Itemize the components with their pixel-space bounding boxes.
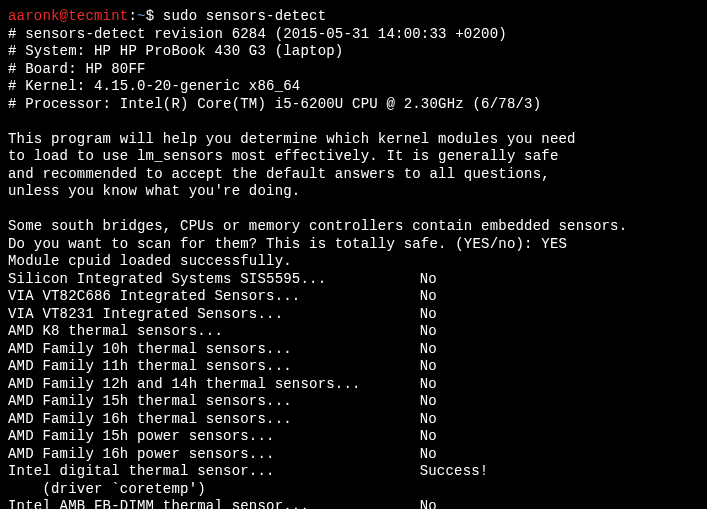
result-row: AMD Family 10h thermal sensors...No bbox=[8, 341, 699, 359]
header-kernel: # Kernel: 4.15.0-20-generic x86_64 bbox=[8, 78, 699, 96]
result-row: AMD Family 16h power sensors...No bbox=[8, 446, 699, 464]
result-name: AMD Family 12h and 14h thermal sensors..… bbox=[8, 376, 420, 394]
prompt-path: ~ bbox=[137, 8, 146, 24]
result-name: AMD Family 16h thermal sensors... bbox=[8, 411, 420, 429]
result-name: VIA VT82C686 Integrated Sensors... bbox=[8, 288, 420, 306]
result-row: AMD Family 12h and 14h thermal sensors..… bbox=[8, 376, 699, 394]
result-status: No bbox=[420, 446, 437, 464]
result-status: Success! bbox=[420, 463, 489, 481]
result-status: No bbox=[420, 393, 437, 411]
result-row: AMD Family 11h thermal sensors...No bbox=[8, 358, 699, 376]
header-board: # Board: HP 80FF bbox=[8, 61, 699, 79]
result-name: Silicon Integrated Systems SIS5595... bbox=[8, 271, 420, 289]
result-row: AMD K8 thermal sensors...No bbox=[8, 323, 699, 341]
intro-line-1: This program will help you determine whi… bbox=[8, 131, 699, 149]
header-revision: # sensors-detect revision 6284 (2015-05-… bbox=[8, 26, 699, 44]
scan-question-line: Do you want to scan for them? This is to… bbox=[8, 236, 699, 254]
result-status: No bbox=[420, 271, 437, 289]
command-text: sudo sensors-detect bbox=[163, 8, 326, 24]
prompt-colon: : bbox=[128, 8, 137, 24]
header-system: # System: HP HP ProBook 430 G3 (laptop) bbox=[8, 43, 699, 61]
result-status: No bbox=[420, 498, 437, 509]
terminal-window[interactable]: aaronk@tecmint:~$ sudo sensors-detect # … bbox=[8, 8, 699, 509]
result-row: AMD Family 15h thermal sensors...No bbox=[8, 393, 699, 411]
result-status: No bbox=[420, 341, 437, 359]
prompt-sigil: $ bbox=[146, 8, 163, 24]
result-name: AMD K8 thermal sensors... bbox=[8, 323, 420, 341]
intro-line-4: unless you know what you're doing. bbox=[8, 183, 699, 201]
result-name: AMD Family 15h power sensors... bbox=[8, 428, 420, 446]
result-name: Intel digital thermal sensor... bbox=[8, 463, 420, 481]
result-status: No bbox=[420, 306, 437, 324]
result-row: VIA VT8231 Integrated Sensors...No bbox=[8, 306, 699, 324]
result-status: No bbox=[420, 428, 437, 446]
prompt-line: aaronk@tecmint:~$ sudo sensors-detect bbox=[8, 8, 699, 26]
scan-line-1: Some south bridges, CPUs or memory contr… bbox=[8, 218, 699, 236]
result-status: No bbox=[420, 411, 437, 429]
result-name: AMD Family 11h thermal sensors... bbox=[8, 358, 420, 376]
prompt-user: aaronk@tecmint bbox=[8, 8, 128, 24]
result-name: AMD Family 16h power sensors... bbox=[8, 446, 420, 464]
result-name: VIA VT8231 Integrated Sensors... bbox=[8, 306, 420, 324]
result-row: AMD Family 15h power sensors...No bbox=[8, 428, 699, 446]
result-row: Intel AMB FB-DIMM thermal sensor...No bbox=[8, 498, 699, 509]
result-status: No bbox=[420, 358, 437, 376]
scan-question: Do you want to scan for them? This is to… bbox=[8, 236, 541, 252]
scan-answer: YES bbox=[541, 236, 567, 252]
blank-line bbox=[8, 201, 699, 219]
intro-line-3: and recommended to accept the default an… bbox=[8, 166, 699, 184]
result-status: No bbox=[420, 376, 437, 394]
result-row: Silicon Integrated Systems SIS5595...No bbox=[8, 271, 699, 289]
result-status: No bbox=[420, 288, 437, 306]
result-status: No bbox=[420, 323, 437, 341]
result-row: Intel digital thermal sensor...Success! bbox=[8, 463, 699, 481]
result-row: AMD Family 16h thermal sensors...No bbox=[8, 411, 699, 429]
scan-module: Module cpuid loaded successfully. bbox=[8, 253, 699, 271]
intro-line-2: to load to use lm_sensors most effective… bbox=[8, 148, 699, 166]
driver-note: (driver `coretemp') bbox=[8, 481, 699, 499]
result-name: Intel AMB FB-DIMM thermal sensor... bbox=[8, 498, 420, 509]
header-processor: # Processor: Intel(R) Core(TM) i5-6200U … bbox=[8, 96, 699, 114]
result-name: AMD Family 15h thermal sensors... bbox=[8, 393, 420, 411]
result-row: VIA VT82C686 Integrated Sensors...No bbox=[8, 288, 699, 306]
blank-line bbox=[8, 113, 699, 131]
result-name: AMD Family 10h thermal sensors... bbox=[8, 341, 420, 359]
